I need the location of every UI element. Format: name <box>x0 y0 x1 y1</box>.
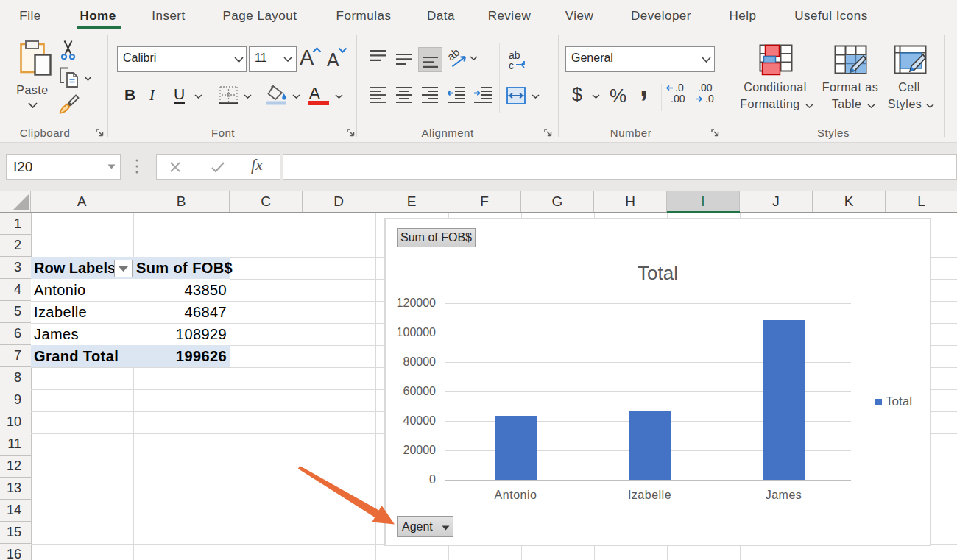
svg-text:c: c <box>509 60 514 71</box>
svg-text:.0: .0 <box>705 93 714 104</box>
svg-text:.0: .0 <box>675 83 684 93</box>
svg-text:.00: .00 <box>671 93 685 104</box>
svg-text:.00: .00 <box>698 83 713 93</box>
